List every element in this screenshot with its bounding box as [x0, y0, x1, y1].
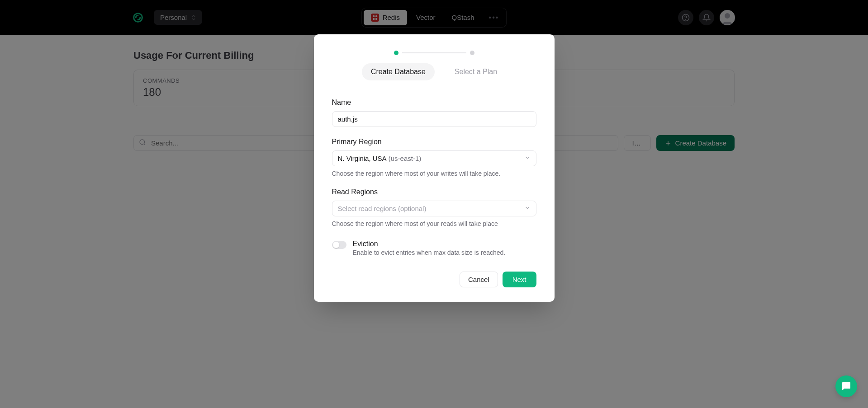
- create-database-modal: Create Database Select a Plan Name Prima…: [314, 34, 555, 302]
- primary-region-hint: Choose the region where most of your wri…: [332, 170, 536, 177]
- eviction-row: Eviction Enable to evict entries when ma…: [332, 240, 536, 256]
- chat-icon: [841, 381, 852, 392]
- stepper: [332, 51, 536, 55]
- cancel-button[interactable]: Cancel: [460, 272, 498, 287]
- next-button[interactable]: Next: [503, 272, 536, 287]
- step-tab-plan[interactable]: Select a Plan: [446, 63, 506, 80]
- primary-region-select[interactable]: N. Virginia, USA (us-east-1): [332, 150, 536, 166]
- eviction-title: Eviction: [353, 240, 506, 248]
- read-regions-label: Read Regions: [332, 188, 536, 196]
- eviction-content: Eviction Enable to evict entries when ma…: [353, 240, 506, 256]
- step-tab-create[interactable]: Create Database: [362, 63, 435, 80]
- eviction-toggle[interactable]: [332, 241, 346, 249]
- read-regions-placeholder: Select read regions (optional): [338, 205, 427, 212]
- form-group-name: Name: [332, 98, 536, 127]
- eviction-desc: Enable to evict entries when max data si…: [353, 249, 506, 256]
- primary-region-label: Primary Region: [332, 138, 536, 146]
- step-dot-2: [470, 51, 474, 55]
- chevron-down-icon: [524, 205, 531, 212]
- region-name: N. Virginia, USA: [338, 155, 387, 162]
- step-line: [402, 52, 466, 53]
- read-regions-hint: Choose the region where most of your rea…: [332, 220, 536, 227]
- modal-footer: Cancel Next: [332, 272, 536, 287]
- chevron-down-icon: [524, 155, 531, 162]
- name-input[interactable]: [332, 111, 536, 127]
- modal-overlay[interactable]: Create Database Select a Plan Name Prima…: [0, 0, 868, 408]
- intercom-chat-button[interactable]: [835, 375, 857, 397]
- name-label: Name: [332, 98, 536, 107]
- region-code: (us-east-1): [389, 155, 422, 162]
- form-group-read-regions: Read Regions Select read regions (option…: [332, 188, 536, 227]
- form-group-primary-region: Primary Region N. Virginia, USA (us-east…: [332, 138, 536, 177]
- step-tabs: Create Database Select a Plan: [332, 63, 536, 80]
- read-regions-select[interactable]: Select read regions (optional): [332, 201, 536, 216]
- primary-region-value: N. Virginia, USA (us-east-1): [338, 155, 422, 162]
- step-dot-1: [394, 51, 398, 55]
